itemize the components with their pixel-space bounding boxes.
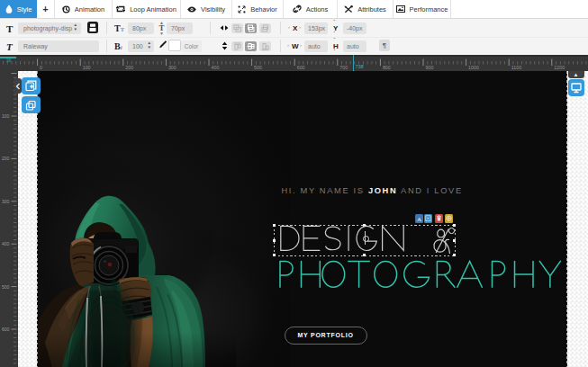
svg-text:200: 200 <box>125 65 133 70</box>
svg-text:100: 100 <box>2 113 10 119</box>
svg-text:900: 900 <box>426 65 434 70</box>
svg-text:100: 100 <box>83 65 91 70</box>
svg-text:500: 500 <box>2 284 10 290</box>
svg-text:700: 700 <box>339 65 348 70</box>
svg-text:500: 500 <box>254 65 262 70</box>
svg-text:1200: 1200 <box>554 65 565 70</box>
svg-text:400: 400 <box>212 65 220 70</box>
svg-text:600: 600 <box>2 327 10 332</box>
svg-text:0: 0 <box>40 65 42 70</box>
svg-text:1100: 1100 <box>511 65 521 70</box>
svg-text:1000: 1000 <box>468 65 479 70</box>
svg-text:800: 800 <box>383 65 391 70</box>
svg-text:200: 200 <box>2 156 10 161</box>
svg-text:300: 300 <box>2 199 10 204</box>
svg-text:600: 600 <box>297 65 305 70</box>
svg-text:400: 400 <box>2 241 10 246</box>
svg-text:300: 300 <box>168 65 176 70</box>
